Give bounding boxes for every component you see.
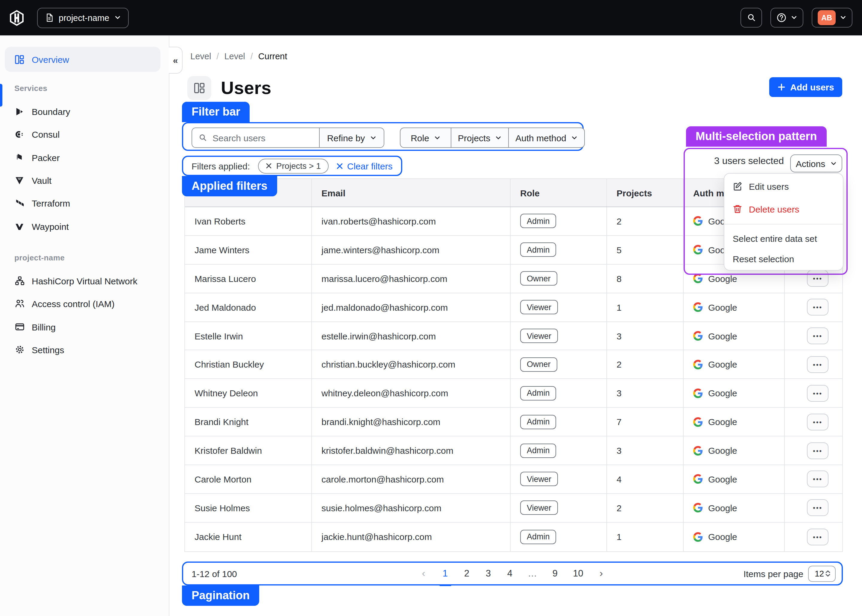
annotation-filter-bar: Filter bar [182,102,250,122]
account-menu-button[interactable]: AB [812,8,853,28]
pager-page-4[interactable]: 4 [506,568,513,579]
sidebar-collapse-button[interactable]: « [169,47,182,74]
collapse-icon: « [173,55,178,65]
cell-email: brandi.knight@hashicorp.com [312,408,510,436]
pager-page-9[interactable]: 9 [551,568,559,579]
global-search-button[interactable] [741,8,762,28]
table-row: Christian Buckleychristian.buckley@hashi… [185,350,842,379]
cell-role: Admin [510,408,607,436]
auth-provider-label: Google [708,445,737,456]
cell-auth-method: Google [684,523,785,552]
role-badge: Admin [520,530,556,544]
auth-method-filter-dropdown[interactable]: Auth method [508,128,584,147]
items-per-page-select[interactable]: 12 [808,566,836,581]
remove-filter-icon[interactable] [265,163,272,169]
row-actions-button[interactable]: ••• [807,356,829,373]
cell-email: carole.morton@hashicorp.com [312,465,510,493]
menu-item-label: Edit users [749,181,789,191]
cell-email: susie.holmes@hashicorp.com [312,494,510,522]
items-per-page-label: Items per page [743,569,803,578]
menu-item-label: Select entire data set [733,233,817,244]
page-title-icon-tile [187,76,211,100]
row-actions-button[interactable]: ••• [807,500,829,516]
column-header-email[interactable]: Email [312,179,510,206]
sidebar-section-project: project-name [14,253,64,262]
row-actions-button[interactable]: ••• [807,413,829,430]
pager-previous-button[interactable]: ‹ [420,567,427,580]
cell-actions: ••• [785,523,842,552]
column-header-role[interactable]: Role [510,179,607,206]
google-icon [693,273,703,283]
role-badge: Admin [520,386,556,401]
pager-page-1[interactable]: 1 [441,568,449,579]
sidebar-item-vault[interactable]: Vault [5,171,160,189]
row-actions-button[interactable]: ••• [807,327,829,344]
add-users-button[interactable]: Add users [769,77,843,97]
projects-filter-dropdown[interactable]: Projects [451,128,508,147]
help-menu-button[interactable] [770,8,803,28]
menu-item-select-entire-data-set[interactable]: Select entire data set [724,228,843,248]
auth-provider-label: Google [708,360,737,370]
select-caret-icon [825,570,831,577]
menu-item-delete-users[interactable]: Delete users [724,198,843,220]
cell-projects: 2 [607,350,684,379]
filter-pill-projects[interactable]: Projects > 1 [258,158,329,173]
items-per-page-value: 12 [815,569,824,578]
chevron-down-icon [840,14,846,21]
actions-dropdown-button[interactable]: Actions [790,154,842,173]
vault-icon [14,176,25,185]
sidebar-item-waypoint[interactable]: Waypoint [5,217,160,235]
project-switcher[interactable]: project-name [37,8,129,28]
trash-icon [733,204,742,214]
table-row: Estelle Irwinestelle.irwin@hashicorp.com… [185,322,842,350]
cell-name: Marissa Lucero [185,265,312,293]
sidebar-item-label: Terraform [32,198,70,208]
sidebar-item-settings[interactable]: Settings [5,341,160,358]
annotation-pagination: Pagination [182,586,259,606]
table-row: Brandi Knightbrandi.knight@hashicorp.com… [185,408,842,437]
sidebar-item-label: Consul [32,129,60,139]
clear-filters-label: Clear filters [347,161,393,171]
sidebar-item-hvn[interactable]: HashiCorp Virtual Network [5,272,160,290]
menu-item-edit-users[interactable]: Edit users [724,175,843,198]
sidebar-item-overview[interactable]: Overview [5,47,160,72]
row-actions-button[interactable]: ••• [807,528,829,545]
google-icon [693,417,703,426]
sidebar-item-consul[interactable]: Consul [5,125,160,143]
row-actions-button[interactable]: ••• [807,299,829,316]
breadcrumb-level-1[interactable]: Level [190,52,211,61]
cell-role: Viewer [510,293,607,321]
page-title: Users [221,78,272,98]
cell-projects: 8 [607,265,684,293]
role-filter-dropdown[interactable]: Role [400,128,451,147]
row-actions-button[interactable]: ••• [807,385,829,402]
sidebar-item-terraform[interactable]: Terraform [5,194,160,212]
chevron-down-icon [830,160,837,167]
breadcrumb-level-2[interactable]: Level [224,52,245,61]
row-actions-button[interactable]: ••• [807,471,829,487]
sidebar-item-label: Access control (IAM) [32,299,115,309]
sidebar-item-billing[interactable]: Billing [5,318,160,336]
sidebar-item-label: Waypoint [32,221,69,231]
search-input[interactable]: Search users [192,128,319,147]
row-actions-button[interactable]: ••• [807,442,829,459]
table-row: Jed Maldonadojed.maldonado@hashicorp.com… [185,293,842,322]
row-actions-button[interactable]: ••• [807,270,829,287]
consul-icon [14,130,25,138]
pager-next-button[interactable]: › [598,567,605,580]
cell-role: Owner [510,265,607,293]
column-header-projects[interactable]: Projects [607,179,684,206]
menu-item-label: Delete users [749,204,799,214]
add-users-label: Add users [790,82,834,92]
sidebar-item-packer[interactable]: Packer [5,148,160,167]
sidebar-item-boundary[interactable]: Boundary [5,102,160,120]
pager-page-10[interactable]: 10 [573,568,583,579]
cell-name: Kristofer Baldwin [185,437,312,465]
clear-filters-link[interactable]: Clear filters [336,161,393,171]
menu-item-reset-selection[interactable]: Reset selection [724,248,843,269]
refine-by-dropdown[interactable]: Refine by [319,128,384,147]
pager-page-2[interactable]: 2 [463,568,470,579]
top-navbar: project-name [0,0,862,36]
sidebar-item-access-control[interactable]: Access control (IAM) [5,294,160,313]
pager-page-3[interactable]: 3 [485,568,492,579]
